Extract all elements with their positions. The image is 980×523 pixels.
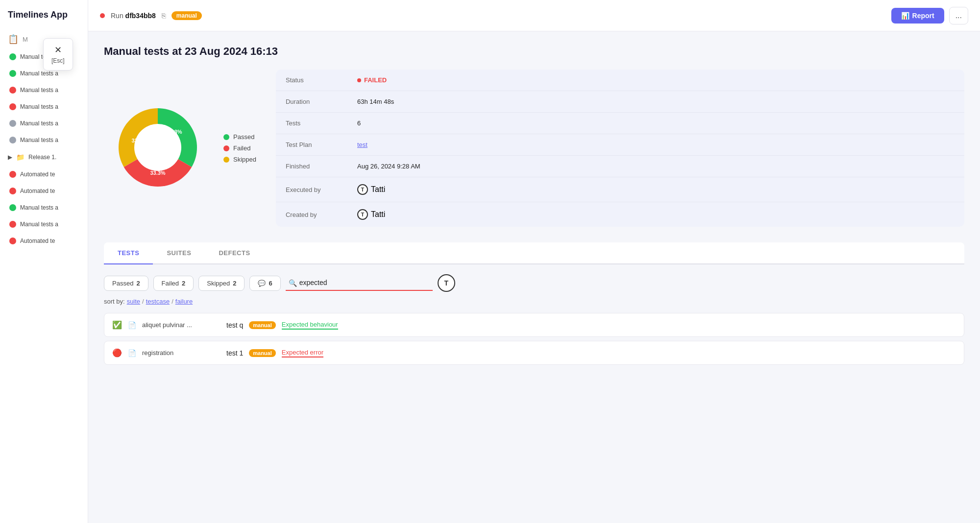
info-label-duration: Duration — [286, 98, 349, 105]
status-dot-green — [9, 70, 16, 77]
sidebar-item-label: Manual tests a — [20, 137, 58, 143]
info-row-testplan: Test Plan test — [276, 134, 964, 156]
test-badge-manual: manual — [249, 349, 276, 357]
info-row-status: Status FAILED — [276, 70, 964, 91]
info-row-executed: Executed by T Tatti — [276, 177, 964, 202]
sidebar-folder-item[interactable]: ▶ 📁 Release 1. — [0, 148, 88, 166]
more-options-button[interactable]: ... — [949, 7, 968, 24]
test-row[interactable]: ✅ 📄 aliquet pulvinar ... test q manual E… — [104, 313, 964, 337]
info-label-executed: Executed by — [286, 186, 349, 193]
sort-failure-link[interactable]: failure — [175, 298, 193, 305]
sort-testcase-link[interactable]: testcase — [146, 298, 170, 305]
test-suite-name: aliquet pulvinar ... — [142, 321, 220, 329]
esc-label: [Esc] — [51, 57, 65, 64]
run-badge-manual: manual — [172, 11, 202, 20]
status-dot-red — [9, 238, 16, 244]
tab-tests[interactable]: TESTS — [104, 242, 153, 264]
sidebar-tab-label: M — [23, 36, 28, 43]
executed-name: Tatti — [371, 185, 385, 194]
sidebar-item-label: Manual tests a — [20, 103, 58, 110]
donut-chart-area: 33.3% 33.3% 33.3% Passed Failed — [104, 70, 256, 227]
test-badge-manual: manual — [249, 321, 276, 329]
test-doc-icon: 📄 — [128, 349, 136, 357]
user-avatar-filter[interactable]: T — [438, 274, 455, 292]
comment-icon: 💬 — [258, 280, 266, 287]
clipboard-icon[interactable]: 📋 — [8, 34, 19, 45]
status-failed-text: FAILED — [364, 76, 387, 84]
info-row-tests: Tests 6 — [276, 113, 964, 134]
sidebar-item-label: Manual tests a — [20, 204, 58, 211]
info-value-testplan[interactable]: test — [357, 141, 368, 148]
sidebar-item-label: Automated te — [20, 188, 55, 194]
status-dot-red — [9, 188, 16, 194]
tab-suites[interactable]: SUITES — [153, 242, 205, 264]
sidebar-item-3[interactable]: Manual tests a — [0, 82, 88, 98]
sidebar-item-label: Automated te — [20, 171, 55, 178]
sort-row: sort by: suite / testcase / failure — [104, 298, 964, 305]
copy-icon[interactable]: ⎘ — [162, 12, 166, 20]
test-passed-icon: ✅ — [112, 320, 122, 330]
filter-passed-button[interactable]: Passed 2 — [104, 276, 148, 291]
status-failed-dot — [357, 78, 361, 82]
run-id: dfb34bb8 — [125, 12, 156, 20]
report-button[interactable]: 📊 Report — [891, 8, 944, 24]
sidebar-item-7[interactable]: Automated te — [0, 166, 88, 183]
info-label-status: Status — [286, 76, 349, 84]
status-dot-green — [9, 204, 16, 211]
sidebar-item-label: Manual tests a — [20, 70, 58, 77]
test-tag-expected-behaviour: Expected behaviour — [282, 321, 338, 330]
legend-skipped-label: Skipped — [233, 156, 256, 163]
info-label-testplan: Test Plan — [286, 141, 349, 148]
sidebar-item-8[interactable]: Automated te — [0, 183, 88, 199]
esc-popup: ✕ [Esc] — [43, 38, 73, 71]
info-value-executed: T Tatti — [357, 184, 385, 195]
test-suite-name: registration — [142, 349, 220, 357]
topbar-left: Run dfb34bb8 ⎘ manual — [100, 11, 202, 20]
chart-icon: 📊 — [901, 12, 909, 20]
info-value-duration: 63h 14m 48s — [357, 98, 394, 105]
tab-defects[interactable]: DEFECTS — [205, 242, 264, 264]
svg-text:33.3%: 33.3% — [167, 129, 182, 135]
info-row-created: Created by T Tatti — [276, 202, 964, 227]
info-value-tests: 6 — [357, 119, 361, 127]
status-dot-green — [9, 53, 16, 60]
legend-dot-passed — [223, 134, 229, 140]
failed-count: 2 — [182, 280, 185, 287]
test-tag-expected-error: Expected error — [282, 349, 323, 357]
page-title: Manual tests at 23 Aug 2024 16:13 — [104, 45, 964, 58]
sidebar-item-10[interactable]: Manual tests a — [0, 216, 88, 233]
search-input[interactable] — [286, 275, 433, 291]
svg-text:33.3%: 33.3% — [131, 138, 147, 143]
sidebar-item-6[interactable]: Manual tests a — [0, 132, 88, 148]
filter-comments-button[interactable]: 💬 6 — [249, 276, 280, 291]
status-dot-red — [9, 87, 16, 94]
test-name: test q — [226, 321, 243, 329]
sidebar-item-9[interactable]: Manual tests a — [0, 199, 88, 216]
filter-failed-button[interactable]: Failed 2 — [153, 276, 194, 291]
sidebar-item-5[interactable]: Manual tests a — [0, 115, 88, 132]
info-value-finished: Aug 26, 2024 9:28 AM — [357, 163, 420, 170]
status-dot-red — [9, 171, 16, 178]
donut-chart: 33.3% 33.3% 33.3% — [104, 94, 212, 203]
close-icon[interactable]: ✕ — [54, 45, 62, 55]
passed-label: Passed — [112, 280, 133, 287]
legend-failed: Failed — [223, 144, 256, 152]
chevron-right-icon: ▶ — [8, 154, 12, 161]
folder-icon: 📁 — [16, 153, 24, 161]
sidebar-item-4[interactable]: Manual tests a — [0, 98, 88, 115]
test-row[interactable]: 🔴 📄 registration test 1 manual Expected … — [104, 341, 964, 365]
executed-avatar: T — [357, 184, 368, 195]
sidebar-item-label: Manual tests a — [20, 87, 58, 94]
sidebar: Timelines App 📋 M Manual tests a Manual … — [0, 0, 88, 523]
info-value-created: T Tatti — [357, 209, 385, 220]
info-value-status: FAILED — [357, 76, 387, 84]
sidebar-item-11[interactable]: Automated te — [0, 233, 88, 249]
failed-label: Failed — [162, 280, 179, 287]
main-content: Run dfb34bb8 ⎘ manual 📊 Report ... Manua… — [88, 0, 980, 523]
sort-sep-2: / — [172, 298, 173, 305]
legend-passed-label: Passed — [233, 133, 254, 141]
filter-skipped-button[interactable]: Skipped 2 — [198, 276, 245, 291]
skipped-count: 2 — [233, 280, 236, 287]
sort-suite-link[interactable]: suite — [127, 298, 140, 305]
comments-count: 6 — [269, 280, 272, 287]
